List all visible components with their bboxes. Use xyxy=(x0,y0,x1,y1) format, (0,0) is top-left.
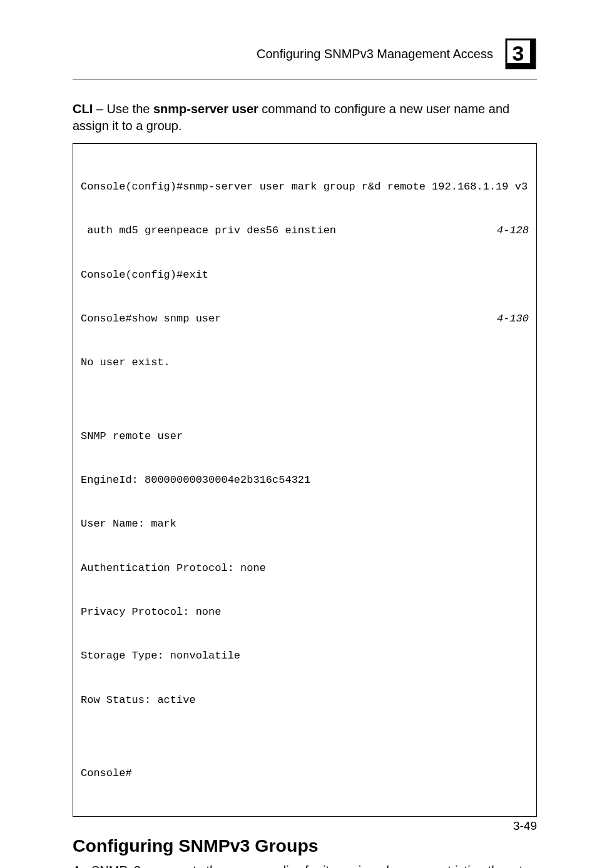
code-line: No user exist. xyxy=(81,355,529,370)
section-paragraph: An SNMPv3 group sets the access policy f… xyxy=(73,862,537,868)
code-line: auth md5 greenpeace priv des56 einstien4… xyxy=(81,223,529,238)
code-line: User Name: mark xyxy=(81,517,529,531)
code-line: Console#show snmp user4-130 xyxy=(81,311,529,326)
cli-mid1: – Use the xyxy=(93,102,153,116)
code-line: Authentication Protocol: none xyxy=(81,561,529,575)
chapter-number-text: 3 xyxy=(513,41,524,65)
cli-intro-paragraph: CLI – Use the snmp-server user command t… xyxy=(73,101,537,134)
chapter-badge: 3 xyxy=(504,38,537,70)
code-line: Console# xyxy=(81,766,529,780)
code-line: Storage Type: nonvolatile xyxy=(81,648,529,663)
code-example-box: Console(config)#snmp-server user mark gr… xyxy=(73,143,537,817)
page-container: Configuring SNMPv3 Management Access 3 C… xyxy=(0,0,597,868)
section-heading: Configuring SNMPv3 Groups xyxy=(73,835,537,856)
running-header: Configuring SNMPv3 Management Access 3 xyxy=(73,38,537,70)
header-rule xyxy=(73,79,537,79)
code-line: SNMP remote user xyxy=(81,429,529,443)
code-line: Privacy Protocol: none xyxy=(81,605,529,619)
chapter-badge-icon: 3 xyxy=(504,38,537,70)
code-line: Console(config)#snmp-server user mark gr… xyxy=(81,179,529,194)
cli-label: CLI xyxy=(73,102,93,116)
svg-rect-2 xyxy=(530,39,535,68)
cli-command-name: snmp-server user xyxy=(153,102,258,116)
running-title: Configuring SNMPv3 Management Access xyxy=(257,47,493,61)
code-line: Row Status: active xyxy=(81,693,529,707)
page-number: 3-49 xyxy=(513,819,537,833)
code-line: Console(config)#exit xyxy=(81,268,529,282)
code-line: EngineId: 80000000030004e2b316c54321 xyxy=(81,473,529,487)
